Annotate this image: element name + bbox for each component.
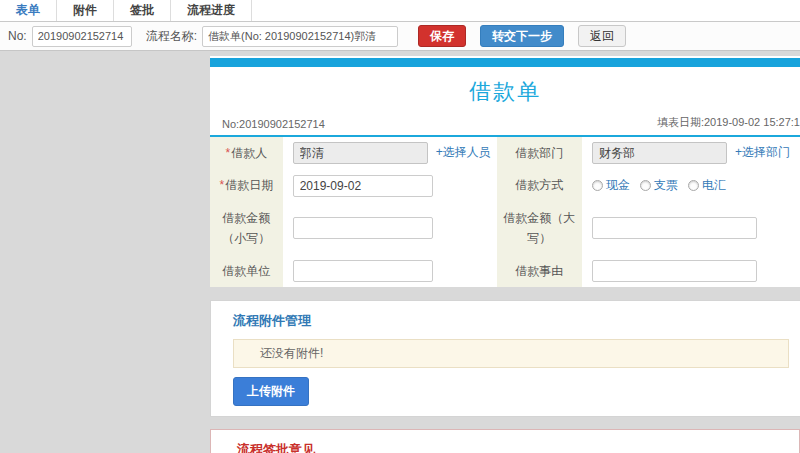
table-row: *借款人 +选择人员 借款部门 +选择部门 [210,137,800,169]
select-person-link[interactable]: +选择人员 [436,145,491,159]
radio-icon[interactable] [592,180,603,191]
loan-date-input[interactable] [293,175,433,197]
process-name-label: 流程名称: [146,28,197,45]
table-row: 借款单位 借款事由 [210,255,800,287]
loan-unit-input[interactable] [293,260,433,282]
form-doc-no: No:20190902152714 [222,118,325,130]
forward-next-step-button[interactable]: 转交下一步 [480,25,564,47]
loan-form-table: *借款人 +选择人员 借款部门 +选择部门 *借款日期 借款方式 现金 [210,137,800,287]
main-content: 借款单 No:20190902152714 填表日期:2019-09-02 15… [0,51,800,453]
attachment-section-title: 流程附件管理 [233,312,800,330]
required-mark: * [226,146,231,160]
back-button[interactable]: 返回 [578,25,626,47]
borrower-input[interactable] [293,142,428,164]
table-row: 借款金额（小写） 借款金额（大写） [210,202,800,255]
approval-panel: 流程签批意见 B I abc ⚑ [210,429,800,453]
loan-form-panel: 借款单 No:20190902152714 填表日期:2019-09-02 15… [210,56,800,287]
loan-date-label: *借款日期 [210,169,283,201]
table-row: *借款日期 借款方式 现金 支票 电汇 [210,169,800,201]
attachment-panel: 流程附件管理 还没有附件! 上传附件 [210,300,800,417]
no-input[interactable] [32,26,132,47]
save-button[interactable]: 保存 [418,25,466,47]
required-mark: * [220,178,225,192]
tab-attachment[interactable]: 附件 [57,0,114,21]
loan-method-label: 借款方式 [497,169,582,201]
action-toolbar: No: 流程名称: 保存 转交下一步 返回 [0,22,800,51]
form-top-accent-bar [210,58,800,67]
tab-bar: 表单 附件 签批 流程进度 [0,0,800,22]
form-title: 借款单 [210,67,800,113]
amount-lowercase-label: 借款金额（小写） [210,202,283,255]
no-label: No: [8,29,27,43]
loan-unit-label: 借款单位 [210,255,283,287]
tab-progress[interactable]: 流程进度 [171,0,252,21]
borrower-label: *借款人 [210,137,283,169]
loan-reason-label: 借款事由 [497,255,582,287]
tab-form[interactable]: 表单 [0,0,57,21]
amount-lowercase-input[interactable] [293,217,433,239]
no-attachment-alert: 还没有附件! [233,339,789,368]
amount-uppercase-label: 借款金额（大写） [497,202,582,255]
tab-sign[interactable]: 签批 [114,0,171,21]
radio-icon[interactable] [640,180,651,191]
select-department-link[interactable]: +选择部门 [735,145,790,159]
form-meta-row: No:20190902152714 填表日期:2019-09-02 15:27:… [210,113,800,137]
loan-reason-input[interactable] [592,260,757,282]
radio-wire[interactable]: 电汇 [688,177,726,194]
approval-section-title: 流程签批意见 [237,441,799,453]
radio-cheque[interactable]: 支票 [640,177,678,194]
radio-icon[interactable] [688,180,699,191]
form-fill-date: 填表日期:2019-09-02 15:27:1 [657,115,800,130]
department-input[interactable] [592,142,727,164]
process-name-input[interactable] [202,26,398,47]
upload-attachment-button[interactable]: 上传附件 [233,377,309,406]
department-label: 借款部门 [497,137,582,169]
radio-cash[interactable]: 现金 [592,177,630,194]
amount-uppercase-input[interactable] [592,217,757,239]
loan-method-radio-group: 现金 支票 电汇 [592,177,726,194]
